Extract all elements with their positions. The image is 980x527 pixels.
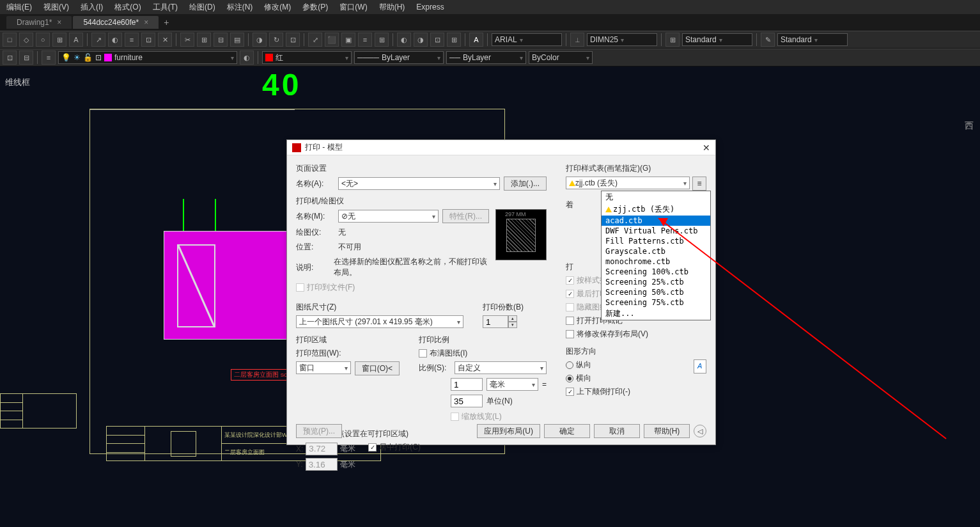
toolbar-icon[interactable]: ○ — [36, 33, 50, 47]
toolbar-icon[interactable]: ▣ — [341, 33, 355, 47]
plot-style-edit-button[interactable]: ≡ — [692, 177, 706, 191]
font-select[interactable]: ARIAL▾ — [492, 33, 562, 46]
apply-layout-button[interactable]: 应用到布局(U) — [477, 424, 540, 438]
upside-checkbox[interactable] — [566, 388, 574, 396]
toolbar-icon[interactable]: ⊡ — [286, 33, 300, 47]
toolbar-icon[interactable]: ◑ — [414, 33, 428, 47]
toolbar-icon[interactable]: A — [69, 33, 83, 47]
toolbar-icon[interactable]: ▤ — [230, 33, 244, 47]
scale-units-input[interactable] — [451, 395, 483, 407]
menu-params[interactable]: 参数(P) — [302, 2, 328, 13]
toolbar-icon[interactable]: ⊟ — [214, 33, 228, 47]
toolbar-icon[interactable]: ≡ — [125, 33, 139, 47]
linetype-select[interactable]: ────ByLayer▾ — [354, 51, 444, 64]
toolbar-icon[interactable]: ⊡ — [430, 33, 444, 47]
toolbar-icon[interactable]: ⬛ — [325, 33, 339, 47]
dropdown-item-scr75[interactable]: Screening 75%.ctb — [602, 297, 710, 308]
close-icon[interactable]: ✕ — [703, 143, 710, 153]
scale-select[interactable]: 自定义▾ — [455, 361, 547, 374]
ok-button[interactable]: 确定 — [544, 424, 590, 438]
bycolor-select[interactable]: ByColor▾ — [529, 51, 593, 64]
std-select-2[interactable]: Standard▾ — [777, 33, 848, 46]
dropdown-item-dwf[interactable]: DWF Virtual Pens.ctb — [602, 226, 710, 236]
toolbar-icon[interactable]: ⤢ — [308, 33, 322, 47]
printer-select[interactable]: ⊘ 无▾ — [338, 210, 439, 223]
close-icon[interactable]: × — [57, 18, 61, 27]
menu-tools[interactable]: 工具(T) — [153, 2, 178, 13]
tab-544dcc[interactable]: 544dcc24e60fe*× — [73, 16, 159, 29]
menu-window[interactable]: 窗口(W) — [339, 2, 367, 13]
menu-help[interactable]: 帮助(H) — [379, 2, 405, 13]
toolbar-icon[interactable]: ◑ — [253, 33, 267, 47]
landscape-radio[interactable] — [566, 375, 573, 382]
toolbar-icon[interactable]: ◇ — [19, 33, 33, 47]
dropdown-item-fill[interactable]: Fill Patterns.ctb — [602, 236, 710, 246]
menu-express[interactable]: Express — [416, 3, 444, 12]
copies-spinner[interactable]: ▴▾ — [483, 315, 547, 328]
tab-add-button[interactable]: + — [160, 17, 173, 28]
copies-input[interactable] — [483, 315, 508, 328]
add-button[interactable]: 添加(.)... — [504, 177, 547, 191]
paper-size-select[interactable]: 上一个图纸尺寸 (297.01 x 419.95 毫米)▾ — [296, 315, 463, 328]
dropdown-item-zjj[interactable]: zjj.ctb (丢失) — [602, 203, 710, 216]
plot-style-select[interactable]: zjj.ctb (丢失)▾ — [566, 177, 690, 189]
layer-select[interactable]: 💡☀🔓⊡ furniture ▾ — [58, 51, 237, 64]
cancel-button[interactable]: 取消 — [594, 424, 640, 438]
toolbar-icon[interactable]: ↻ — [269, 33, 283, 47]
toolbar-icon[interactable]: ⊞ — [52, 33, 66, 47]
color-select[interactable]: 红▾ — [262, 51, 352, 64]
dropdown-item-mono[interactable]: monochrome.ctb — [602, 256, 710, 267]
range-select[interactable]: 窗口▾ — [296, 361, 351, 374]
lineweight-select[interactable]: ──ByLayer▾ — [446, 51, 526, 64]
name-a-select[interactable]: <无>▾ — [338, 177, 500, 190]
menu-draw[interactable]: 绘图(D) — [189, 2, 215, 13]
center-checkbox[interactable] — [368, 443, 377, 452]
toolbar-icon[interactable]: ✎ — [761, 33, 775, 47]
save-layout-checkbox[interactable] — [566, 330, 574, 338]
toolbar-icon[interactable]: ⊞ — [665, 33, 680, 47]
scale-mm-input[interactable] — [451, 378, 483, 391]
menu-edit[interactable]: 编辑(E) — [6, 2, 32, 13]
dropdown-item-new[interactable]: 新建... — [602, 308, 710, 320]
fit-paper-checkbox[interactable] — [419, 349, 427, 358]
toolbar-icon[interactable]: ✂ — [180, 33, 194, 47]
dimstyle-select[interactable]: DIMN25▾ — [587, 33, 657, 46]
tab-drawing1[interactable]: Drawing1*× — [6, 16, 72, 29]
toolbar-icon[interactable]: ⊟ — [19, 51, 33, 65]
toolbar-icon[interactable]: ⊡ — [3, 51, 17, 65]
dropdown-item-scr25[interactable]: Screening 25%.ctb — [602, 277, 710, 287]
menu-dimension[interactable]: 标注(N) — [227, 2, 253, 13]
toolbar-icon[interactable]: ◐ — [108, 33, 122, 47]
dropdown-item-gray[interactable]: Grayscale.ctb — [602, 246, 710, 256]
menu-modify[interactable]: 修改(M) — [264, 2, 291, 13]
mm-select[interactable]: 毫米▾ — [486, 378, 538, 391]
toolbar-icon[interactable]: ◐ — [240, 51, 254, 65]
toolbar-icon[interactable]: ⊡ — [141, 33, 155, 47]
expand-button[interactable]: ◁ — [694, 425, 706, 437]
toolbar-icon[interactable]: ⊞ — [447, 33, 461, 47]
viewcube-west[interactable]: 西 — [965, 120, 974, 132]
dropdown-item-acad[interactable]: acad.ctb — [602, 216, 710, 226]
toolbar-icon[interactable]: ≡ — [358, 33, 372, 47]
toolbar-icon[interactable]: ↗ — [91, 33, 105, 47]
menu-format[interactable]: 格式(O) — [114, 2, 141, 13]
toolbar-icon[interactable]: ✕ — [158, 33, 172, 47]
menu-insert[interactable]: 插入(I) — [81, 2, 103, 13]
window-button[interactable]: 窗口(O)< — [355, 361, 400, 375]
dropdown-item-scr100[interactable]: Screening 100%.ctb — [602, 267, 710, 277]
toolbar-icon[interactable]: □ — [3, 33, 17, 47]
dropdown-item-scr50[interactable]: Screening 50%.ctb — [602, 287, 710, 297]
dimension-icon[interactable]: ⟂ — [570, 33, 584, 47]
toolbar-icon[interactable]: ⊞ — [197, 33, 211, 47]
dropdown-item-none[interactable]: 无 — [602, 191, 710, 203]
close-icon[interactable]: × — [144, 18, 148, 27]
layer-icon[interactable]: ≡ — [42, 51, 56, 65]
std-select[interactable]: Standard▾ — [682, 33, 752, 46]
help-button[interactable]: 帮助(H) — [644, 424, 690, 438]
portrait-radio[interactable] — [566, 361, 573, 369]
stamp-checkbox[interactable] — [566, 317, 574, 325]
toolbar-icon[interactable]: ◐ — [397, 33, 411, 47]
toolbar-icon[interactable]: A — [469, 33, 483, 47]
toolbar-icon[interactable]: ⊞ — [375, 33, 389, 47]
menu-view[interactable]: 视图(V) — [43, 2, 69, 13]
